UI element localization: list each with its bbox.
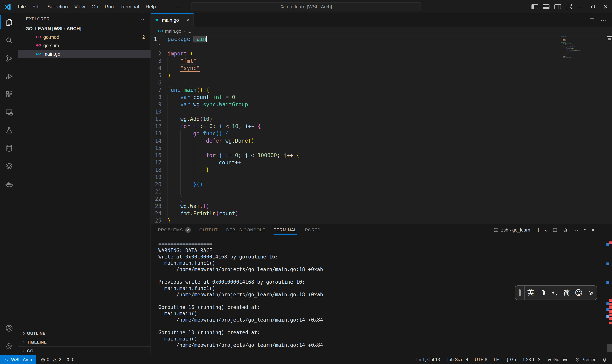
code-line[interactable]: 7func main() { (151, 86, 612, 94)
panel-tab-problems[interactable]: PROBLEMS2 (158, 224, 191, 236)
back-arrow-icon[interactable]: ← (176, 3, 183, 11)
code-line[interactable]: 8var count int = 0 (151, 94, 612, 101)
section-outline[interactable]: OUTLINE (18, 329, 150, 338)
code-line[interactable]: 1 (151, 43, 612, 50)
code-line[interactable]: 20}() (151, 181, 612, 188)
code-line[interactable]: 21 (151, 188, 612, 195)
panel-tab-debug-console[interactable]: DEBUG CONSOLE (226, 224, 266, 236)
split-terminal-icon[interactable] (552, 227, 558, 233)
ports-status[interactable]: 0 (66, 357, 74, 362)
terminal-line[interactable] (158, 323, 612, 329)
file-row-go.mod[interactable]: GOgo.mod2 (18, 33, 150, 41)
remote-explorer-icon[interactable] (0, 103, 18, 121)
breadcrumb-tail[interactable]: ... (188, 28, 191, 34)
code-line[interactable]: 12for i := 0; i < 10; i++ { (151, 123, 612, 130)
maximize-panel-icon[interactable] (584, 228, 587, 232)
terminal-line[interactable]: main.main.func1() (158, 260, 612, 266)
toggle-secondary-sidebar-icon[interactable] (554, 4, 561, 9)
code-line[interactable]: 25} (151, 217, 612, 224)
terminal-line[interactable]: main.main() (158, 311, 612, 317)
code-line[interactable]: 6 (151, 79, 612, 86)
terminal-line[interactable]: WARNING: DATA RACE (158, 247, 612, 254)
problems-status[interactable]: 0 2 (41, 357, 61, 362)
minimap[interactable]: package mainimport ( "fmt" "sync")func m… (561, 36, 606, 59)
minimize-button[interactable]: — (574, 0, 587, 13)
ime-emoji-icon[interactable]: ☺ (572, 288, 585, 297)
terminal-line[interactable] (158, 273, 612, 279)
command-center-search[interactable]: go_learn [WSL: Arch] (191, 2, 421, 11)
code-line[interactable]: 23wg.Wait() (151, 203, 612, 210)
menu-item-file[interactable]: File (14, 0, 29, 13)
customize-layout-icon[interactable] (566, 4, 572, 9)
prettier-status[interactable]: Prettier (575, 357, 596, 362)
ime-punctuation-icon[interactable]: •, (549, 289, 561, 296)
settings-gear-icon[interactable] (0, 337, 18, 355)
file-row-main.go[interactable]: GOmain.go (18, 50, 150, 58)
section-timeline[interactable]: TIMELINE (18, 338, 150, 346)
terminal-line[interactable]: Previous write at 0x00c000014168 by goro… (158, 279, 612, 285)
terminal-line[interactable]: main.main() (158, 336, 612, 342)
go-version[interactable]: 1.23.1 (522, 357, 541, 362)
code-editor[interactable]: 1package main12import (3"fmt"4"sync"5)67… (151, 36, 612, 224)
panel-tab-terminal[interactable]: TERMINAL (274, 224, 297, 236)
tab-close-icon[interactable]: × (186, 17, 189, 24)
docker-icon[interactable] (0, 175, 18, 193)
terminal-line[interactable]: Goroutine 16 (running) created at: (158, 304, 612, 311)
code-line[interactable]: 16for j := 0; j < 100000; j++ { (151, 152, 612, 159)
accounts-icon[interactable] (0, 319, 18, 337)
go-live[interactable]: Go Live (547, 357, 569, 362)
code-line[interactable]: 24fmt.Println(count) (151, 210, 612, 217)
panel-tab-ports[interactable]: PORTS (305, 224, 320, 236)
new-terminal-icon[interactable]: + (536, 226, 540, 234)
code-line[interactable]: 22} (151, 195, 612, 203)
split-editor-icon[interactable] (589, 17, 595, 23)
panel-more-icon[interactable]: ⋯ (573, 227, 579, 234)
source-control-icon[interactable] (0, 49, 18, 67)
ime-halfwidth-moon-icon[interactable] (537, 290, 549, 295)
language-mode[interactable]: {} Go (506, 357, 516, 362)
menu-item-terminal[interactable]: Terminal (117, 0, 142, 13)
code-line[interactable]: 17count++ (151, 159, 612, 166)
code-line[interactable]: 14defer wg.Done() (151, 137, 612, 144)
code-line[interactable]: 4"sync" (151, 65, 612, 72)
kill-terminal-trash-icon[interactable] (563, 227, 568, 233)
breadcrumb[interactable]: GO main.go › ... (151, 27, 612, 36)
tab-size[interactable]: Tab Size: 4 (447, 357, 468, 362)
menu-item-view[interactable]: View (71, 0, 88, 13)
menu-item-help[interactable]: Help (142, 0, 159, 13)
terminal-line[interactable]: /home/meowrain/projects/go_learn/main.go… (158, 266, 612, 273)
tab-main-go[interactable]: GO main.go × (151, 13, 194, 26)
code-line[interactable]: 10 (151, 108, 612, 116)
ime-simplified-mode[interactable]: 简 (560, 288, 572, 297)
menu-item-edit[interactable]: Edit (29, 0, 44, 13)
breadcrumb-file[interactable]: main.go (165, 28, 181, 34)
terminal-dropdown-icon[interactable] (545, 228, 548, 232)
cursor-position[interactable]: Ln 1, Col 13 (416, 357, 440, 362)
code-line[interactable]: 18} (151, 166, 612, 174)
panel-tab-output[interactable]: OUTPUT (199, 224, 218, 236)
code-line[interactable]: 9var wg sync.WaitGroup (151, 101, 612, 108)
explorer-more-icon[interactable]: ⋯ (139, 16, 145, 22)
remote-indicator[interactable]: WSL: Arch (0, 355, 36, 364)
code-line[interactable]: 2import ( (151, 50, 612, 57)
file-row-go.sum[interactable]: GOgo.sum (18, 41, 150, 50)
ime-english-mode[interactable]: 英 (525, 288, 537, 297)
terminal-line[interactable]: Write at 0x00c000014168 by goroutine 16: (158, 254, 612, 260)
ime-settings-gear-icon[interactable] (585, 290, 597, 296)
more-actions-icon[interactable]: ⋯ (600, 17, 607, 23)
ime-drag-handle[interactable] (519, 289, 520, 296)
run-and-debug-icon[interactable] (0, 67, 18, 85)
terminal-scrollbar-thumb[interactable] (607, 344, 612, 352)
eol[interactable]: LF (494, 357, 499, 362)
encoding[interactable]: UTF-8 (475, 357, 487, 362)
toggle-sidebar-icon[interactable] (532, 4, 538, 9)
menu-item-go[interactable]: Go (88, 0, 102, 13)
code-line[interactable]: 15 (151, 144, 612, 152)
section-go[interactable]: GO (18, 346, 150, 355)
terminal-line[interactable]: /home/meowrain/projects/go_learn/main.go… (158, 342, 612, 348)
tree-root-folder[interactable]: GO_LEARN [WSL: ARCH] (18, 25, 150, 33)
menu-item-run[interactable]: Run (101, 0, 117, 13)
close-panel-icon[interactable]: × (591, 227, 595, 234)
menu-item-selection[interactable]: Selection (44, 0, 71, 13)
code-line[interactable]: 3"fmt" (151, 57, 612, 65)
